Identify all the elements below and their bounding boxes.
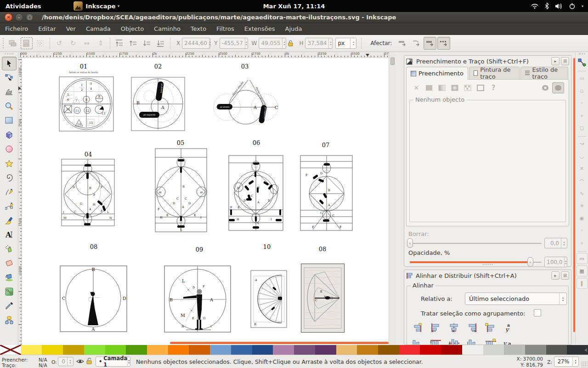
spinner-arrows-icon[interactable]: ▴▾	[572, 357, 578, 366]
tool-spray[interactable]	[2, 242, 17, 256]
tool-pen[interactable]	[2, 199, 17, 213]
swatch-button[interactable]	[475, 82, 486, 93]
palette-color-swatch[interactable]	[546, 345, 567, 355]
menu-objecto[interactable]: Objecto	[116, 24, 149, 34]
tool-star[interactable]	[2, 156, 17, 170]
spinner-arrows-icon[interactable]: ▴▾	[209, 38, 211, 48]
tool-ellipse[interactable]	[2, 142, 17, 156]
align-bottom-edges-button[interactable]	[464, 337, 481, 345]
palette-color-swatch[interactable]	[273, 345, 294, 355]
canvas[interactable]: 01 faltan os textos do bordo 1 2 3	[22, 58, 389, 345]
snapbar-grip[interactable]	[579, 53, 585, 56]
rotate-ccw-button[interactable]: ↺	[53, 37, 66, 50]
raise-to-top-button[interactable]	[113, 37, 126, 50]
flip-vertical-button[interactable]: ⇕	[94, 37, 107, 50]
palette-color-swatch[interactable]	[126, 345, 147, 355]
figure-04[interactable]: D B F P G H C A F I L M N	[61, 159, 115, 226]
tool-gradient[interactable]	[2, 285, 17, 299]
figure-06[interactable]: m B C D A D F E H I L	[228, 155, 283, 231]
palette-color-swatch[interactable]	[525, 345, 546, 355]
palette-color-swatch[interactable]	[63, 345, 84, 355]
snap-text-baselines-toggle[interactable]: ＋	[577, 237, 588, 248]
align-top-to-anchor-bottom-button[interactable]	[482, 337, 499, 345]
opacity-spinbox[interactable]: 100,0▴▾	[544, 257, 567, 267]
tool-text[interactable]: A	[2, 228, 17, 242]
snap-nodes-toggle[interactable]: ↝	[577, 138, 588, 149]
tool-tweak[interactable]	[2, 85, 17, 99]
layer-lock-icon[interactable]	[86, 357, 92, 364]
raise-button[interactable]	[127, 37, 140, 50]
tool-eraser[interactable]	[2, 256, 17, 270]
align-bottom-to-anchor-top-button[interactable]	[409, 337, 425, 345]
snap-grids-toggle[interactable]: ▦	[577, 265, 588, 276]
lower-to-bottom-button[interactable]	[154, 37, 167, 50]
zoom-spinbox[interactable]: 27% ▴▾	[554, 356, 579, 367]
affect-corners-button[interactable]	[437, 37, 450, 50]
palette-color-swatch[interactable]	[336, 345, 357, 355]
close-button[interactable]: ✕	[5, 13, 12, 21]
relative-to-dropdown[interactable]: Último seleccionado ▴▾	[465, 293, 567, 305]
tool-zoom[interactable]	[2, 99, 17, 113]
menu-ver[interactable]: Ver	[61, 24, 81, 34]
opacity-slider[interactable]	[410, 261, 530, 263]
deselect-button[interactable]	[34, 37, 47, 50]
align-text-anchors-vertical-button[interactable]: ay	[501, 321, 517, 334]
lock-ratio-icon[interactable]	[287, 37, 295, 50]
spinner-arrows-icon[interactable]: ▴▾	[245, 38, 248, 48]
align-center-horizontal-axis-button[interactable]	[446, 337, 462, 345]
snap-bbox-corners-toggle[interactable]: ◦	[577, 98, 588, 109]
fill-rule-evenodd-button[interactable]	[539, 82, 551, 93]
opacity-slider-handle[interactable]: ≡	[527, 257, 533, 267]
select-all-layers-button[interactable]	[20, 37, 33, 50]
panel-close-button[interactable]: ☒	[561, 57, 569, 65]
align-text-anchors-horizontal-button[interactable]: ya	[501, 337, 517, 345]
snap-paths-toggle[interactable]: ◡	[577, 150, 588, 161]
tool-spiral[interactable]	[2, 171, 17, 184]
snap-line-midpoints-toggle[interactable]: ✳	[577, 200, 588, 211]
tool-rectangle[interactable]	[2, 114, 17, 127]
blur-slider[interactable]	[410, 243, 542, 244]
window-resize-grip[interactable]	[582, 362, 588, 368]
snap-bbox-edges-toggle[interactable]: ▫	[577, 85, 588, 96]
toolbox-grip[interactable]	[5, 53, 13, 56]
treat-as-group-checkbox[interactable]	[534, 309, 541, 316]
affect-stroke-width-button[interactable]	[424, 37, 436, 50]
figure-09[interactable]: L D F B A M E G H I	[164, 265, 231, 333]
panel-resize-handle[interactable]	[483, 264, 493, 266]
menu-camada[interactable]: Camada	[81, 24, 116, 34]
palette-color-swatch[interactable]	[504, 345, 525, 355]
inkscape-app-icon[interactable]	[74, 1, 83, 11]
flip-horizontal-button[interactable]: ⇔	[80, 37, 93, 50]
pattern-button[interactable]	[462, 82, 474, 93]
align-top-edges-button[interactable]	[427, 337, 444, 345]
palette-color-swatch[interactable]	[357, 345, 378, 355]
blur-spinbox[interactable]: 0,0▴▾	[544, 238, 567, 248]
figure-02[interactable]: B A pé direito pé esquerdo	[131, 77, 185, 131]
horizontal-ruler[interactable]: 0001250150017502k2250250027503k325035003…	[18, 52, 389, 58]
panel-close-button[interactable]: ☒	[561, 271, 569, 280]
tool-selector[interactable]	[2, 57, 17, 70]
menu-caminho[interactable]: Caminho	[149, 24, 186, 34]
vertical-scrollbar-thumb[interactable]	[390, 58, 395, 65]
menu-ajuda[interactable]: Ajuda	[280, 24, 307, 34]
canvas-horizontal-scrollbar[interactable]	[170, 342, 389, 344]
figure-08-scan[interactable]: E A C	[301, 264, 345, 333]
palette-color-swatch[interactable]	[315, 345, 336, 355]
maximize-button[interactable]: ▢	[26, 13, 34, 21]
palette-color-swatch[interactable]	[105, 345, 126, 355]
palette-color-swatch[interactable]	[210, 345, 231, 355]
affect-move-patterns-button[interactable]	[410, 37, 423, 50]
menu-texto[interactable]: Texto	[186, 24, 211, 34]
tab-fill[interactable]: Preenchimento	[406, 67, 468, 80]
menu-filtros[interactable]: Filtros	[211, 24, 239, 34]
figure-03[interactable]: Perna direita Perna esquerda B A C pé di…	[212, 74, 279, 129]
snap-object-centers-toggle[interactable]: ◉	[577, 213, 588, 224]
opacity-indicator-spinbox[interactable]: 0▴▾	[58, 357, 74, 366]
tab-stroke-style[interactable]: Estilo de traço	[520, 67, 568, 79]
clock[interactable]: Mar Xuñ 17, 11:14	[263, 3, 325, 10]
fill-rule-nonzero-button[interactable]	[552, 82, 564, 93]
radial-gradient-button[interactable]	[449, 82, 461, 93]
linear-gradient-button[interactable]	[436, 82, 448, 93]
layer-visibility-icon[interactable]	[76, 358, 84, 364]
figure-10[interactable]: A B	[250, 270, 287, 328]
